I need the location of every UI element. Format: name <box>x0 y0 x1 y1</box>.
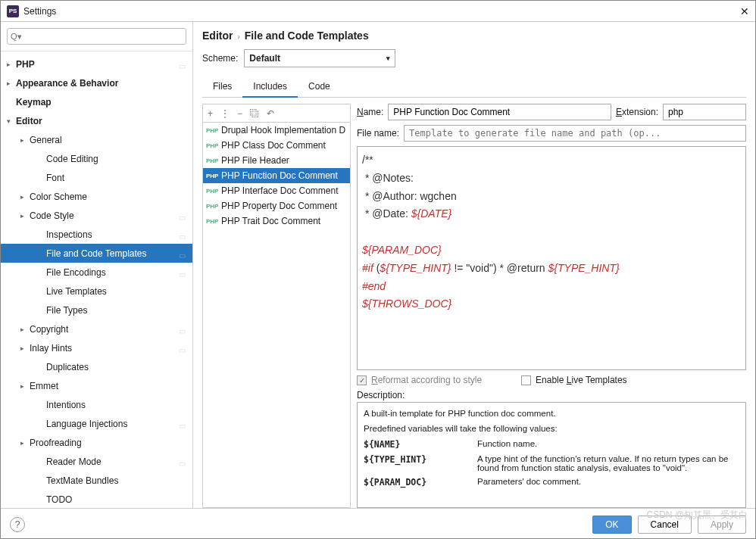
template-item[interactable]: PHPPHP Interface Doc Comment <box>203 183 350 198</box>
tree-item[interactable]: Proofreading <box>1 433 192 452</box>
chevron-icon <box>20 212 30 220</box>
tree-item-label: Color Scheme <box>30 192 192 202</box>
sep-icon[interactable]: ⋮ <box>220 108 230 119</box>
template-code[interactable]: /** * @Notes: * @Author: wgchen * @Date:… <box>357 146 746 370</box>
scope-icon <box>179 344 189 352</box>
template-item-label: PHP File Header <box>221 155 289 166</box>
filename-label: File name: <box>357 128 399 139</box>
live-templates-checkbox[interactable] <box>521 375 531 385</box>
tree-item[interactable]: Language Injections <box>1 414 192 433</box>
chevron-icon <box>7 117 16 125</box>
template-item-label: PHP Function Doc Comment <box>221 170 338 181</box>
tab-code[interactable]: Code <box>298 76 341 97</box>
scope-icon <box>179 269 189 276</box>
tree-item[interactable]: Intentions <box>1 395 192 414</box>
ok-button[interactable]: OK <box>592 516 631 534</box>
template-item[interactable]: PHPPHP Property Doc Comment <box>203 198 350 213</box>
tree-item[interactable]: Code Editing <box>1 149 192 168</box>
tree-item[interactable]: Copyright <box>1 319 192 338</box>
template-item[interactable]: PHPDrupal Hook Implementation D <box>203 123 350 138</box>
tree-item-label: Inspections <box>46 229 179 240</box>
scheme-label: Scheme: <box>202 53 238 64</box>
chevron-icon <box>20 439 30 447</box>
tree-item[interactable]: TODO <box>1 490 192 508</box>
template-item[interactable]: PHPPHP Function Doc Comment <box>203 168 350 183</box>
php-icon: PHP <box>206 142 218 149</box>
chevron-icon <box>20 382 30 390</box>
app-icon: PS <box>7 5 19 17</box>
php-icon: PHP <box>206 188 218 195</box>
tree-item[interactable]: Reader Mode <box>1 452 192 471</box>
php-icon: PHP <box>206 127 218 134</box>
template-item-label: PHP Trait Doc Comment <box>221 216 320 226</box>
tree-item[interactable]: File and Code Templates <box>1 244 192 263</box>
tree-item[interactable]: Color Scheme <box>1 187 192 206</box>
tree-item[interactable]: Font <box>1 168 192 187</box>
tree-item[interactable]: Inspections <box>1 225 192 244</box>
template-item[interactable]: PHPPHP Trait Doc Comment <box>203 213 350 229</box>
copy-icon[interactable]: ⿻ <box>250 108 259 119</box>
tree-item-label: File Types <box>46 305 192 316</box>
template-list-panel: + ⋮ − ⿻ ↶ PHPDrupal Hook Implementation … <box>202 104 351 508</box>
chevron-icon <box>7 79 16 87</box>
name-input[interactable] <box>388 104 611 120</box>
extension-input[interactable] <box>663 104 746 120</box>
tree-item[interactable]: File Encodings <box>1 263 192 282</box>
tree-item[interactable]: TextMate Bundles <box>1 471 192 490</box>
search-input[interactable] <box>7 28 186 45</box>
tree-item[interactable]: Editor <box>1 111 192 130</box>
footer: ? OK Cancel Apply <box>1 508 755 539</box>
tree-item-label: Proofreading <box>30 438 192 448</box>
tree-item-label: Duplicates <box>46 362 192 372</box>
chevron-icon <box>20 136 30 144</box>
tree-item[interactable]: Appearance & Behavior <box>1 73 192 92</box>
php-icon: PHP <box>206 203 218 210</box>
tree-item[interactable]: Duplicates <box>1 357 192 376</box>
titlebar: PS Settings ✕ <box>1 1 755 22</box>
tree-item[interactable]: PHP <box>1 55 192 73</box>
tree-item-label: PHP <box>16 59 179 70</box>
tree-item-label: Reader Mode <box>46 456 179 467</box>
template-items[interactable]: PHPDrupal Hook Implementation DPHPPHP Cl… <box>203 123 350 507</box>
tabs: Files Includes Code <box>202 76 746 98</box>
add-icon[interactable]: + <box>208 108 213 119</box>
reformat-checkbox <box>357 375 367 385</box>
tab-files[interactable]: Files <box>202 76 242 97</box>
settings-tree[interactable]: PHPAppearance & BehaviorKeymapEditorGene… <box>1 51 192 508</box>
close-icon[interactable]: ✕ <box>740 5 749 17</box>
filename-input[interactable] <box>404 125 746 142</box>
scheme-select[interactable]: Default <box>244 49 395 67</box>
scope-icon <box>179 326 189 333</box>
revert-icon[interactable]: ↶ <box>267 108 274 119</box>
remove-icon[interactable]: − <box>237 108 242 119</box>
apply-button[interactable]: Apply <box>698 516 746 534</box>
tree-item-label: Font <box>46 173 192 183</box>
tree-item-label: Inlay Hints <box>30 343 179 354</box>
tree-item-label: Live Templates <box>46 286 192 297</box>
tree-item[interactable]: Keymap <box>1 92 192 111</box>
php-icon: PHP <box>206 218 218 225</box>
tree-item-label: Code Editing <box>46 154 192 164</box>
tree-item[interactable]: Emmet <box>1 376 192 395</box>
scope-icon <box>179 61 189 68</box>
tab-includes[interactable]: Includes <box>242 76 298 98</box>
tree-item[interactable]: General <box>1 130 192 149</box>
template-item[interactable]: PHPPHP Class Doc Comment <box>203 138 350 153</box>
chevron-icon <box>20 193 30 201</box>
tree-item[interactable]: Code Style <box>1 206 192 225</box>
tree-item[interactable]: Inlay Hints <box>1 338 192 357</box>
template-item[interactable]: PHPPHP File Header <box>203 153 350 168</box>
tree-item[interactable]: File Types <box>1 301 192 319</box>
scope-icon <box>179 231 189 238</box>
tree-item-label: File and Code Templates <box>46 248 179 259</box>
tree-item-label: General <box>30 135 192 145</box>
tree-item-label: File Encodings <box>46 267 179 278</box>
cancel-button[interactable]: Cancel <box>638 516 692 534</box>
tree-item[interactable]: Live Templates <box>1 282 192 301</box>
scope-icon <box>179 250 189 257</box>
tree-item-label: Code Style <box>30 210 179 221</box>
template-item-label: PHP Class Doc Comment <box>221 140 326 151</box>
help-icon[interactable]: ? <box>10 517 25 532</box>
tree-item-label: Intentions <box>46 400 192 410</box>
reformat-label: Reformat according to style <box>371 375 482 385</box>
